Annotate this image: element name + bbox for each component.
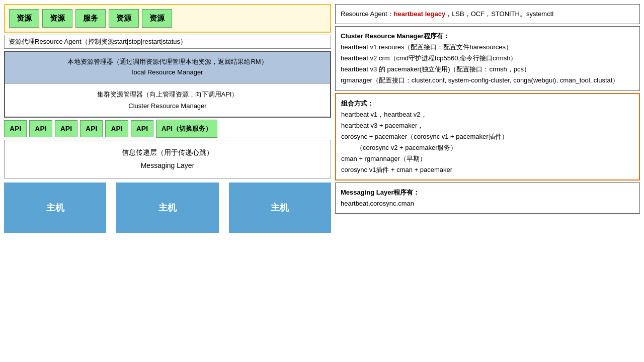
- right-box3: 组合方式： heartbeat v1，heartbeat v2， heartbe…: [335, 93, 640, 181]
- right-box3-line5: cman + rgmannager（早期）: [341, 153, 634, 164]
- messaging-layer: 信息传递层（用于传递心跳） Messaging Layer: [4, 140, 331, 178]
- resource-agent-label: 资源代理Resource Agent（控制资源start|stop|restar…: [4, 35, 331, 49]
- api-box-6: API: [131, 120, 153, 137]
- host-box-2: 主机: [116, 183, 218, 233]
- host-box-1: 主机: [4, 183, 106, 233]
- messaging-chinese: 信息传递层（用于传递心跳）: [122, 148, 213, 156]
- right-box1: Resource Agent：heartbeat legacy，LSB，OCF，…: [335, 4, 640, 24]
- right-box3-line3: corosync + pacemaker（corosync v1 + pacem…: [341, 131, 634, 142]
- right-box3-line2: heartbeat v3 + pacemaker，: [341, 120, 634, 131]
- crm-chinese: 集群资源管理器（向上管理资源，向下调用API）: [97, 90, 238, 98]
- api-box-switch: API（切换服务）: [156, 120, 217, 138]
- api-box-2: API: [29, 120, 52, 137]
- right-box3-title: 组合方式：: [341, 98, 634, 109]
- right-box2: Cluster Resource Manager程序有： heartbeat v…: [335, 26, 640, 90]
- host-box-3: 主机: [229, 183, 331, 233]
- resources-row: 资源 资源 服务 资源 资源: [4, 4, 331, 33]
- lrm-chinese: 本地资源管理器（通过调用资源代理管理本地资源，返回结果给RM）: [67, 58, 267, 65]
- lrm-crm-box: 本地资源管理器（通过调用资源代理管理本地资源，返回结果给RM） local Re…: [4, 51, 331, 118]
- right-box4-line1: heartbeat,corosync,cman: [341, 198, 634, 209]
- api-row: API API API API API API API（切换服务）: [4, 120, 331, 138]
- resource-box-1: 资源: [9, 9, 39, 28]
- right-box2-line4: rgmanager（配置接口：cluster.conf, system-conf…: [341, 75, 634, 86]
- right-box2-line3: heartbeat v3 的 pacemaker(独立使用)（配置接口：crms…: [341, 64, 634, 75]
- messaging-english: Messaging Layer: [141, 161, 195, 169]
- right-box3-line1: heartbeat v1，heartbeat v2，: [341, 109, 634, 120]
- right-box1-text: Resource Agent：heartbeat legacy，LSB，OCF，…: [341, 9, 634, 20]
- crm-english: Cluster Resource Manager: [128, 102, 206, 110]
- right-box2-title: Cluster Resource Manager程序有：: [341, 31, 634, 42]
- crm-box: 集群资源管理器（向上管理资源，向下调用API） Cluster Resource…: [5, 83, 330, 117]
- right-box2-line2: heartbeat v2 crm（cmd守护进程tcp5560,命令行接口crm…: [341, 53, 634, 64]
- resource-box-2: 资源: [42, 9, 72, 28]
- api-box-4: API: [80, 120, 103, 137]
- resource-box-3: 服务: [75, 9, 106, 28]
- resource-box-5: 资源: [142, 9, 172, 28]
- lrm-english: local Resource Manager: [132, 68, 203, 76]
- api-box-3: API: [55, 120, 77, 137]
- resource-box-4: 资源: [109, 9, 139, 28]
- right-panel: Resource Agent：heartbeat legacy，LSB，OCF，…: [335, 4, 640, 358]
- left-panel: 资源 资源 服务 资源 资源 资源代理Resource Agent（控制资源st…: [4, 4, 331, 358]
- api-box-1: API: [4, 120, 27, 137]
- lrm-box: 本地资源管理器（通过调用资源代理管理本地资源，返回结果给RM） local Re…: [5, 52, 330, 83]
- api-box-5: API: [105, 120, 128, 137]
- right-box3-line4: （corosync v2 + pacemaker服务）: [341, 142, 634, 153]
- right-box4: Messaging Layer程序有： heartbeat,corosync,c…: [335, 183, 640, 214]
- right-box4-title: Messaging Layer程序有：: [341, 187, 634, 198]
- right-box2-line1: heartbeat v1 resoures（配置接口：配置文件haresourc…: [341, 42, 634, 53]
- hosts-row: 主机 主机 主机: [4, 183, 331, 233]
- right-box3-line6: corosync v1插件 + cman + pacemaker: [341, 164, 634, 175]
